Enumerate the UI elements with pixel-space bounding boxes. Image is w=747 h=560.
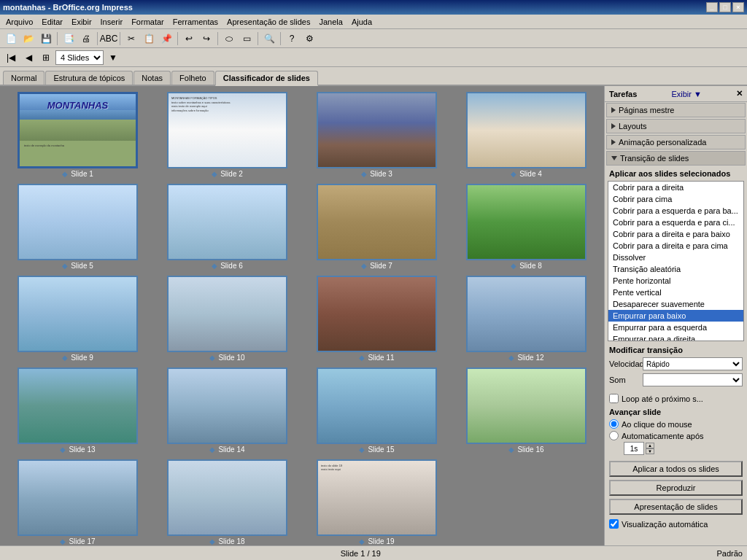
slide-thumbnail-13[interactable]: texto do slide 13 (18, 368, 138, 444)
transition-empurrar-esq[interactable]: Empurrar para a esquerda (608, 322, 743, 333)
slide-nav-prev[interactable]: ◀ (20, 50, 36, 66)
slide-thumbnail-6[interactable]: texto do slide 6 (167, 184, 287, 260)
menu-ferramentas[interactable]: Ferramentas (169, 16, 222, 28)
list-item[interactable]: texto do slide 16 ◆ Slide 16 (454, 368, 598, 454)
close-panel-button[interactable]: ✕ (736, 89, 743, 98)
transition-desaparecer[interactable]: Desaparecer suavemente (608, 298, 743, 310)
auto-advance-radio[interactable] (609, 431, 619, 440)
print-button[interactable]: 🖨 (78, 31, 94, 47)
menu-editar[interactable]: Editar (37, 16, 67, 28)
transition-cobrir-esq-ci[interactable]: Cobrir para a esquerda e para ci... (608, 217, 743, 228)
slide-thumbnail-8[interactable]: texto do slide 8 (466, 184, 587, 260)
find-button[interactable]: 🔍 (261, 31, 277, 47)
misc-button[interactable]: ⚙ (301, 31, 317, 47)
list-item[interactable]: texto do slide 12 ◆ Slide 12 (454, 276, 598, 362)
list-item[interactable]: texto do slide 11 ◆ Slide 11 (305, 276, 449, 362)
time-input[interactable] (624, 442, 644, 455)
transition-aleatoria[interactable]: Transição aleatória (608, 263, 743, 275)
transition-cobrir-esq-ba[interactable]: Cobrir para a esquerda e para ba... (608, 205, 743, 217)
undo-button[interactable]: ↩ (181, 31, 197, 47)
slide-thumbnail-18[interactable] (167, 459, 287, 536)
open-button[interactable]: 📂 (20, 31, 36, 47)
help-button[interactable]: ? (284, 31, 300, 47)
slide-thumbnail-9[interactable]: texto do slide 9 (18, 276, 138, 352)
spinner-up[interactable]: ▲ (646, 443, 654, 448)
list-item[interactable]: texto do slide 10 ◆ Slide 10 (155, 276, 299, 362)
velocidade-combo[interactable]: Rápido Lento Médio Rápido (643, 357, 743, 370)
tab-normal[interactable]: Normal (3, 71, 44, 85)
list-item[interactable]: texto do slide 3 ◆ Slide 3 (305, 92, 449, 178)
slide-thumbnail-4[interactable]: texto do slide 4 (466, 92, 587, 168)
save-button[interactable]: 💾 (38, 31, 54, 47)
menu-exibir[interactable]: Exibir (67, 16, 96, 28)
slide-thumbnail-5[interactable]: texto do slide 5 (18, 184, 138, 260)
copy-button[interactable]: 📋 (141, 31, 157, 47)
list-item[interactable]: MONTANHAS FORMAÇÃO TIPOS texto sobre mon… (155, 92, 299, 178)
transition-pente-v[interactable]: Pente vertical (608, 287, 743, 298)
slide-thumbnail-11[interactable]: texto do slide 11 (317, 276, 437, 352)
slide-thumbnail-10[interactable]: texto do slide 10 (167, 276, 287, 352)
export-pdf-button[interactable]: 📑 (61, 31, 77, 47)
slides-per-page-combo[interactable]: 4 Slides 1 Slide 2 Slides 3 Slides 4 Sli… (55, 50, 104, 65)
section-animacao[interactable]: Animação personalizada (606, 135, 746, 149)
view-option[interactable]: ▼ (105, 50, 121, 66)
transition-empurrar-dir[interactable]: Empurrar para a direita (608, 333, 743, 341)
slide-thumbnail-3[interactable]: texto do slide 3 (317, 92, 437, 168)
draw-rect-button[interactable]: ▭ (239, 31, 255, 47)
list-item[interactable]: texto do slide 15 ◆ Slide 15 (305, 368, 449, 454)
section-layouts[interactable]: Layouts (606, 119, 746, 133)
slide-thumbnail-16[interactable]: texto do slide 16 (466, 368, 587, 444)
redo-button[interactable]: ↪ (198, 31, 214, 47)
list-item[interactable]: texto do slide 9 ◆ Slide 9 (6, 276, 150, 362)
list-item[interactable]: texto do slide 5 ◆ Slide 5 (6, 184, 150, 270)
apply-all-button[interactable]: Aplicar a todos os slides (609, 461, 743, 477)
list-item[interactable]: texto do slide 4 ◆ Slide 4 (454, 92, 598, 178)
draw-ellipse-button[interactable]: ⬭ (221, 31, 237, 47)
apresentacao-button[interactable]: Apresentação de slides (609, 499, 743, 515)
transition-dissolver[interactable]: Dissolver (608, 252, 743, 263)
tab-folheto[interactable]: Folheto (171, 71, 214, 85)
transition-list[interactable]: Cobrir para a direita Cobrir para cima C… (608, 181, 744, 341)
tab-estrutura[interactable]: Estrutura de tópicos (45, 71, 133, 85)
cut-button[interactable]: ✂ (123, 31, 139, 47)
menu-arquivo[interactable]: Arquivo (1, 16, 37, 28)
loop-checkbox[interactable] (609, 394, 619, 403)
slide-thumbnail-7[interactable]: texto do slide 7 (317, 184, 437, 260)
section-transicao[interactable]: Transição de slides (606, 151, 746, 166)
section-paginas-mestre[interactable]: Páginas mestre (606, 103, 746, 117)
list-item[interactable]: texto do slide 7 ◆ Slide 7 (305, 184, 449, 270)
list-item[interactable]: texto do slide 6 ◆ Slide 6 (155, 184, 299, 270)
slide-nav-first[interactable]: |◀ (3, 50, 19, 66)
exibir-button[interactable]: Exibir ▼ (671, 90, 701, 98)
list-item[interactable]: texto do slide 13 ◆ Slide 13 (6, 368, 150, 454)
transition-cobrir-cima[interactable]: Cobrir para cima (608, 193, 743, 205)
spinner-down[interactable]: ▼ (646, 448, 654, 454)
menu-inserir[interactable]: Inserir (96, 16, 128, 28)
close-button[interactable]: × (732, 2, 744, 12)
list-item[interactable]: texto do slide 14 ◆ Slide 14 (155, 368, 299, 454)
slide-thumbnail-1[interactable]: MONTANHAS texto de exemplo da montanha (18, 92, 138, 168)
transition-pente-h[interactable]: Pente horizontal (608, 275, 743, 287)
reproduzir-button[interactable]: Reproduzir (609, 480, 743, 496)
menu-formatar[interactable]: Formatar (127, 16, 169, 28)
slide-thumbnail-17[interactable] (18, 459, 138, 536)
slide-view-toggle[interactable]: ⊞ (38, 50, 54, 66)
maximize-button[interactable]: □ (719, 2, 731, 12)
tab-classificador[interactable]: Classificador de slides (215, 71, 318, 86)
slide-thumbnail-12[interactable]: texto do slide 12 (466, 276, 587, 352)
list-item[interactable]: texto do slide 19mais texto aqui ◆ Slide… (305, 459, 449, 545)
som-combo[interactable] (643, 373, 743, 386)
transition-cobrir-dir-baixo[interactable]: Cobrir para a direita e para baixo (608, 228, 743, 240)
list-item[interactable]: ◆ Slide 17 (6, 459, 150, 545)
transition-empurrar-baixo[interactable]: Empurrar para baixo (608, 310, 743, 322)
slide-panel[interactable]: MONTANHAS texto de exemplo da montanha ◆… (0, 86, 604, 545)
mouse-click-radio[interactable] (609, 419, 619, 429)
tab-notas[interactable]: Notas (133, 71, 171, 85)
auto-viz-checkbox[interactable] (609, 519, 619, 529)
list-item[interactable]: ◆ Slide 18 (155, 459, 299, 545)
menu-ajuda[interactable]: Ajuda (347, 16, 376, 28)
spellcheck-button[interactable]: ABC (101, 31, 117, 47)
menu-janela[interactable]: Janela (314, 16, 347, 28)
list-item[interactable]: MONTANHAS texto de exemplo da montanha ◆… (6, 92, 150, 178)
transition-cobrir-dir-cima[interactable]: Cobrir para a direita e para cima (608, 240, 743, 252)
